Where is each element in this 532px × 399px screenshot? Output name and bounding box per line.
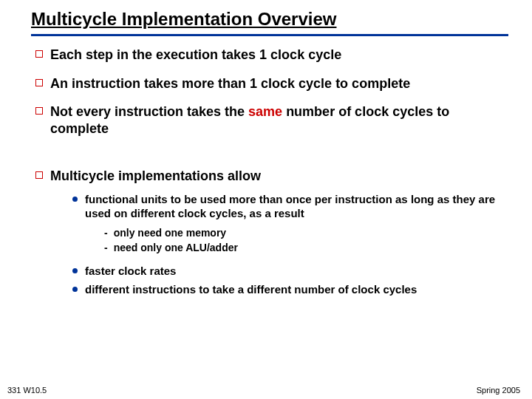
dash-item: - only need one memory [104, 227, 499, 239]
square-bullet-icon [35, 50, 43, 58]
bullet-text: Multicycle implementations allow [50, 168, 261, 185]
bullet-item: An instruction takes more than 1 clock c… [35, 75, 499, 92]
sub-bullet-text: functional units to be used more than on… [85, 192, 499, 221]
sub-bullet-text: faster clock rates [85, 264, 176, 279]
footer-left: 331 W10.5 [7, 386, 47, 395]
bullet-item: Each step in the execution takes 1 clock… [35, 47, 499, 64]
emphasis-text: same [248, 104, 282, 119]
text-pre: Not every instruction takes the [50, 104, 248, 119]
bullet-text: Not every instruction takes the same num… [50, 103, 499, 137]
bullet-text: An instruction takes more than 1 clock c… [50, 75, 410, 92]
bullet-item: Multicycle implementations allow [35, 168, 499, 185]
slide: Multicycle Implementation Overview Each … [0, 0, 532, 399]
dot-bullet-icon [72, 287, 78, 292]
bullet-item: Not every instruction takes the same num… [35, 103, 499, 137]
dash-bullet-icon: - [104, 227, 108, 239]
sub-bullet-item: different instructions to take a differe… [72, 282, 499, 297]
square-bullet-icon [35, 171, 43, 179]
slide-title: Multicycle Implementation Overview [31, 9, 508, 36]
sub-bullet-item: faster clock rates [72, 264, 499, 279]
slide-content: Each step in the execution takes 1 clock… [21, 36, 511, 297]
dash-list: - only need one memory - need only one A… [104, 227, 499, 253]
square-bullet-icon [35, 79, 43, 86]
sub-bullet-text: different instructions to take a differe… [85, 282, 417, 297]
sub-bullet-list: functional units to be used more than on… [72, 192, 499, 297]
dash-text: only need one memory [114, 227, 226, 239]
sub-bullet-item: functional units to be used more than on… [72, 192, 499, 259]
dash-item: - need only one ALU/adder [104, 242, 499, 253]
dot-bullet-icon [72, 197, 78, 202]
dash-bullet-icon: - [104, 242, 108, 253]
bullet-text: Each step in the execution takes 1 clock… [50, 47, 341, 64]
footer-right: Spring 2005 [477, 386, 520, 395]
dot-bullet-icon [72, 268, 78, 273]
dash-text: need only one ALU/adder [114, 242, 238, 253]
square-bullet-icon [35, 107, 43, 115]
